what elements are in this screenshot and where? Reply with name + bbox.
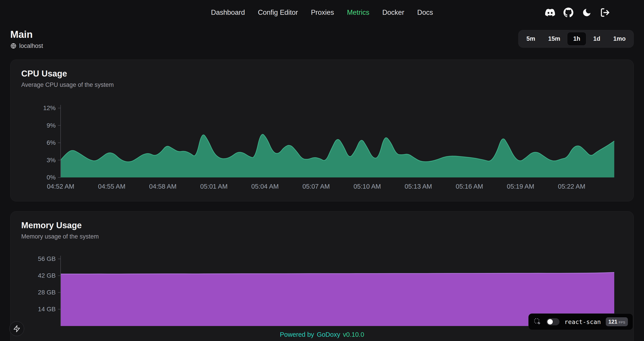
svg-text:9%: 9% xyxy=(47,122,56,129)
nav-items: Dashboard Config Editor Proxies Metrics … xyxy=(211,9,433,17)
zap-icon xyxy=(13,325,20,332)
svg-text:05:19 AM: 05:19 AM xyxy=(507,183,534,190)
react-scan-label: react-scan xyxy=(564,318,601,325)
time-range-5m[interactable]: 5m xyxy=(520,32,541,46)
time-range-1mo[interactable]: 1mo xyxy=(607,32,632,46)
footer-powered-by: Powered by xyxy=(280,331,314,338)
header-left: Main localhost xyxy=(10,29,43,50)
svg-text:14 GB: 14 GB xyxy=(38,306,56,312)
nav-item-dashboard[interactable]: Dashboard xyxy=(211,9,245,17)
fps-unit: FPS xyxy=(619,320,625,324)
cpu-card-subtitle: Average CPU usage of the system xyxy=(21,81,623,88)
svg-text:28 GB: 28 GB xyxy=(38,289,56,296)
svg-text:3%: 3% xyxy=(47,157,56,164)
footer-brand-link[interactable]: GoDoxy xyxy=(317,331,340,338)
discord-icon[interactable] xyxy=(545,8,555,18)
time-range-1d[interactable]: 1d xyxy=(587,32,606,46)
svg-text:0%: 0% xyxy=(47,174,56,181)
svg-text:56 GB: 56 GB xyxy=(38,255,56,262)
header-row: Main localhost 5m 15m 1h 1d 1mo xyxy=(0,29,644,50)
nav-item-metrics[interactable]: Metrics xyxy=(347,9,370,17)
react-scan-toggle[interactable] xyxy=(546,318,560,325)
svg-text:04:52 AM: 04:52 AM xyxy=(47,183,74,190)
footer: Powered by GoDoxy v0.10.0 xyxy=(0,331,644,338)
fps-badge: 121 FPS xyxy=(606,317,628,326)
inspect-icon[interactable] xyxy=(534,318,542,326)
svg-text:12%: 12% xyxy=(43,105,56,111)
svg-text:6%: 6% xyxy=(47,139,56,146)
logout-icon[interactable] xyxy=(600,8,610,18)
nav-icon-group xyxy=(545,0,610,25)
svg-text:05:10 AM: 05:10 AM xyxy=(354,183,381,190)
footer-version: v0.10.0 xyxy=(343,331,364,338)
time-range-1h[interactable]: 1h xyxy=(567,32,586,46)
top-nav: Dashboard Config Editor Proxies Metrics … xyxy=(0,0,644,25)
svg-text:05:13 AM: 05:13 AM xyxy=(404,183,432,190)
cpu-usage-card: CPU Usage Average CPU usage of the syste… xyxy=(10,60,634,201)
page-title: Main xyxy=(10,29,43,40)
svg-text:05:07 AM: 05:07 AM xyxy=(302,183,330,190)
github-icon[interactable] xyxy=(564,8,573,18)
memory-card-subtitle: Memory usage of the system xyxy=(21,233,623,240)
time-range-15m[interactable]: 15m xyxy=(542,32,566,46)
host-label: localhost xyxy=(19,43,43,50)
moon-icon[interactable] xyxy=(582,8,592,18)
memory-card-title: Memory Usage xyxy=(21,220,623,230)
svg-text:05:16 AM: 05:16 AM xyxy=(456,183,483,190)
svg-text:04:55 AM: 04:55 AM xyxy=(98,183,126,190)
svg-text:04:58 AM: 04:58 AM xyxy=(149,183,177,190)
cpu-usage-chart[interactable]: 12%9%6%3%0%04:52 AM04:55 AM04:58 AM05:01… xyxy=(21,98,623,192)
nav-item-docs[interactable]: Docs xyxy=(417,9,433,17)
nav-item-proxies[interactable]: Proxies xyxy=(311,9,334,17)
fps-value: 121 xyxy=(608,319,618,325)
time-range-selector: 5m 15m 1h 1d 1mo xyxy=(518,30,634,48)
globe-icon xyxy=(10,43,16,49)
svg-text:05:22 AM: 05:22 AM xyxy=(558,183,586,190)
cpu-card-title: CPU Usage xyxy=(21,69,623,79)
react-scan-widget: react-scan 121 FPS xyxy=(528,313,633,330)
svg-text:42 GB: 42 GB xyxy=(38,272,56,279)
nav-item-docker[interactable]: Docker xyxy=(382,9,404,17)
nav-item-config-editor[interactable]: Config Editor xyxy=(258,9,298,17)
toggle-knob xyxy=(548,319,553,324)
svg-text:05:01 AM: 05:01 AM xyxy=(200,183,228,190)
svg-text:05:04 AM: 05:04 AM xyxy=(251,183,279,190)
zap-button[interactable] xyxy=(10,321,24,336)
host-row: localhost xyxy=(10,42,43,50)
